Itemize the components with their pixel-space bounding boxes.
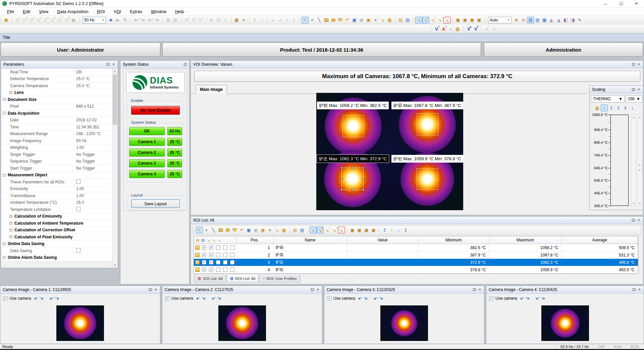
align-top-icon[interactable]: ↥ [251,17,258,23]
roi-mini-move-icon[interactable]: ↘ [206,238,211,243]
mirror-horizontal-icon[interactable]: ◧ [562,17,569,23]
close-icon[interactable]: × [637,287,642,293]
annotation-v-icon[interactable]: Ve [197,17,204,23]
rotate-left-icon[interactable]: ◭ [548,17,555,23]
pin-icon[interactable] [182,62,188,67]
roi-overlay-label[interactable]: 炉左 Max: 1062.3 °C Min: 372.9 °C [317,155,389,163]
roi-table-row[interactable]: 3炉左372.9 °C1062.3 °C495.8 °C [194,259,638,266]
point-tool-icon[interactable]: + [309,17,316,23]
roi-table-row[interactable]: 1炉前382.5 °C1058.2 °C508.5 °C [194,244,638,251]
delete-icon[interactable]: × [372,17,379,23]
user-button[interactable]: User: Administrator [1,43,160,57]
audio-back-b-icon[interactable]: ◄⁰ [535,296,539,301]
collapse-icon[interactable]: − [3,256,6,259]
roi-bring-forward-icon[interactable]: ▣ [363,227,370,233]
select-tool-icon[interactable]: ↖ [302,17,309,23]
scroll-up-icon[interactable]: ▲ [632,116,636,118]
roi-rect-tool-icon[interactable] [217,227,224,233]
parameter-row[interactable]: −Measurement Object [1,172,112,179]
scale-max-scrollbar[interactable]: ▲ ▼ [631,115,636,206]
resize-handle[interactable] [352,167,354,169]
properties-icon[interactable]: ▦ [386,17,393,23]
audio-forward-b-icon[interactable]: ⁰► [55,296,60,301]
checkbox[interactable] [216,260,220,265]
window-layout-4-icon[interactable]: □4 [35,17,42,23]
roi-select-tool-icon[interactable]: ↖ [196,227,203,233]
resize-handle[interactable] [341,178,343,180]
window-layout-8-icon[interactable]: □8 [63,17,70,23]
parameter-row[interactable]: Date2018-12-02 [1,117,112,124]
checkbox[interactable] [76,179,80,184]
scale-min-scrollbar[interactable]: ▲ ▼ ▲ ▼ [637,115,642,206]
parameter-row[interactable]: Emissivity1.00 [1,186,112,193]
paste-icon[interactable]: ▣ [358,17,365,23]
fit-window-icon[interactable]: ▤ [527,17,534,23]
collapse-icon[interactable]: − [3,112,6,115]
parameter-row[interactable]: −Online Alarm Data Saving [1,254,112,261]
scroll-down-icon[interactable]: ▼ [638,164,642,166]
roi-mini-add-icon[interactable]: ↘ [216,238,222,243]
parameter-row[interactable]: Image Frequency50 Hz [1,137,112,144]
audio-back-a-icon[interactable]: ◄⁰ [195,296,200,301]
parameter-row[interactable]: Transmittance1.00 [1,192,112,199]
parameter-row[interactable]: Measurement Range248...1200 °C [1,131,112,138]
status-button-ok[interactable]: OK [129,127,165,135]
menu-edit[interactable]: Edit [18,8,35,15]
roi-select-arrow-icon[interactable]: ↘ [273,227,280,233]
pin-icon[interactable] [630,218,636,223]
roi-region-4[interactable] [417,168,438,190]
line-tool-icon[interactable]: ╲ [316,17,323,23]
roi-overlay-label[interactable]: 炉前 Max: 1058.2 °C Min: 382.5 °C [317,102,389,109]
resize-handle[interactable] [362,189,364,191]
order-down-icon[interactable]: ↓ [395,227,402,233]
close-icon[interactable]: × [477,287,483,293]
roi-add-icon[interactable]: ↘+ [429,17,436,23]
parameter-row[interactable]: Detector Temperature25.0 °C [1,76,112,83]
roi-properties-icon[interactable]: ▦ [280,227,287,233]
menu-data-acquisition[interactable]: Data Acquisition [53,8,93,15]
audio-forward-a-icon[interactable]: ⁰► [526,296,530,301]
status-button-camera-1[interactable]: Camera 1 [129,138,165,146]
window-overview-icon[interactable]: ▣ [70,17,77,23]
menu-roi[interactable]: ROI [93,8,109,15]
parameter-row[interactable]: These Parameters for all ROIs [1,179,112,186]
audio-forward-a-icon[interactable]: ⁰► [40,296,44,301]
move-right-icon[interactable]: → [276,17,283,23]
order-top-icon[interactable]: ↥ [381,227,388,233]
checkbox[interactable] [76,248,80,252]
use-camera-checkbox[interactable] [165,296,169,301]
resize-handle[interactable] [341,167,343,169]
parameter-row[interactable]: Real TimeOK [1,69,112,76]
collapse-icon[interactable]: − [3,98,6,101]
checkbox[interactable] [230,260,234,265]
roi-delete-icon[interactable]: × [266,227,273,233]
polygon-tool-icon[interactable] [337,17,344,23]
pin-icon[interactable] [309,287,315,293]
scroll-down-icon[interactable]: ▼ [638,202,642,205]
close-icon[interactable]: × [315,287,321,293]
area-add-icon[interactable]: A+ [447,25,454,32]
minimize-button[interactable]: — [598,0,613,7]
roi-send-backward-icon[interactable]: ▣ [370,227,377,233]
audio-forward-b-icon[interactable]: ⁰► [541,296,546,301]
link-icon[interactable]: ⊜ [208,17,215,23]
checkbox[interactable] [223,260,227,265]
roi-region-1[interactable] [342,115,364,137]
audio-forward-b-icon[interactable]: ⁰► [217,296,222,301]
audio-rewind-icon[interactable]: ◄⁰ [132,17,140,23]
status-button-camera-2[interactable]: Camera 2 [129,149,165,157]
window-layout-1-icon[interactable]: □1 [14,17,21,23]
scaling-compress-icon[interactable]: ↨ [629,105,636,111]
roi-mini-label-icon[interactable]: ↘ [211,238,216,243]
pin-icon[interactable] [631,287,637,293]
expand-icon[interactable]: + [9,91,12,94]
roi-add-alarm-icon[interactable]: ↘+ [436,17,443,23]
collapse-icon[interactable]: − [3,174,6,177]
rotate-right-icon[interactable]: ◮ [555,17,562,23]
alarm-clear-icon[interactable]: A× [483,25,490,32]
roi-frame-icon[interactable]: ↘ [443,17,450,23]
close-icon[interactable]: × [111,62,116,67]
window-layout-7-icon[interactable]: □7 [56,17,63,23]
voi-add-icon[interactable]: V+ [433,25,440,32]
resize-handle[interactable] [362,178,364,180]
